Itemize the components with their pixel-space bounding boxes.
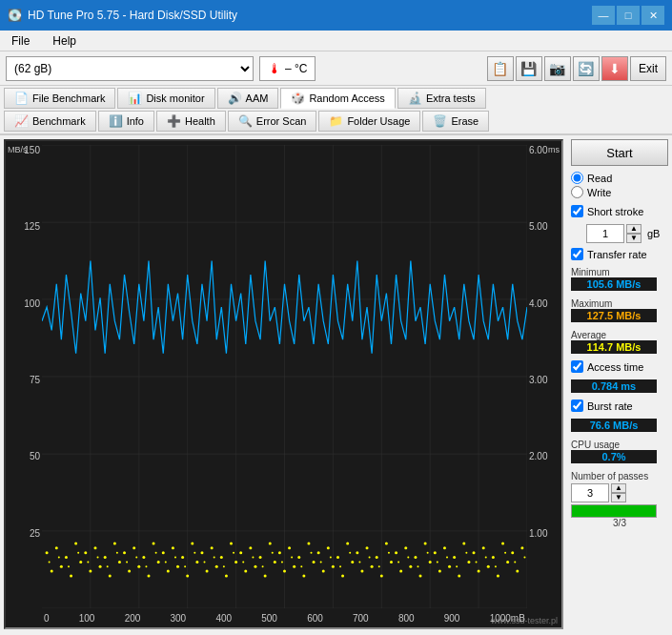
checkbox-short-stroke[interactable]: Short stroke [571, 205, 668, 217]
svg-point-71 [307, 542, 310, 544]
passes-label: Number of passes [571, 471, 668, 481]
svg-point-53 [220, 556, 223, 559]
svg-point-78 [341, 574, 344, 577]
tab-random-access[interactable]: 🎲 Random Access [280, 88, 395, 109]
svg-point-43 [172, 546, 174, 549]
cpu-usage-label: CPU usage [571, 440, 668, 450]
maximum-label: Maximum [571, 298, 668, 309]
svg-point-42 [167, 570, 170, 573]
svg-point-152 [397, 561, 399, 563]
start-button[interactable]: Start [571, 139, 668, 166]
svg-point-64 [274, 561, 276, 563]
checkbox-burst-rate[interactable]: Burst rate [571, 399, 668, 412]
close-button[interactable]: ✕ [641, 6, 664, 25]
spinbox-down[interactable]: ▼ [626, 234, 641, 243]
access-time-value: 0.784 ms [571, 379, 657, 393]
svg-point-27 [93, 546, 96, 549]
svg-point-76 [332, 565, 335, 568]
short-stroke-input[interactable]: 1 [586, 224, 624, 243]
toolbar-icon-1[interactable]: 📋 [487, 56, 514, 81]
passes-down[interactable]: ▼ [611, 493, 626, 502]
tab-error-scan-label: Error Scan [256, 115, 307, 127]
transfer-rate-checkbox[interactable] [571, 248, 583, 260]
tab-folder-usage[interactable]: 📁 Folder Usage [318, 111, 420, 132]
toolbar-icon-2[interactable]: 💾 [516, 56, 542, 81]
toolbar-icon-3[interactable]: 📷 [544, 56, 571, 81]
svg-point-90 [399, 570, 402, 573]
svg-point-157 [446, 557, 448, 559]
maximum-value: 127.5 MB/s [571, 309, 657, 322]
svg-point-82 [360, 570, 363, 573]
tab-disk-monitor[interactable]: 📊 Disk monitor [117, 88, 214, 109]
svg-point-36 [137, 565, 140, 568]
random-access-icon: 🎲 [291, 92, 305, 105]
svg-point-25 [84, 551, 87, 554]
chart-canvas [42, 145, 527, 608]
tab-file-benchmark[interactable]: 📄 File Benchmark [4, 88, 115, 109]
svg-point-130 [184, 565, 186, 567]
radio-read-input[interactable] [571, 172, 583, 184]
extra-tests-icon: 🔬 [408, 92, 422, 105]
radio-write[interactable]: Write [571, 186, 668, 198]
burst-rate-checkbox[interactable] [571, 399, 583, 412]
tab-error-scan[interactable]: 🔍 Error Scan [228, 111, 317, 132]
svg-point-19 [55, 546, 58, 549]
minimize-button[interactable]: — [592, 6, 615, 25]
access-time-checkbox[interactable] [571, 360, 583, 373]
cpu-usage-value: 0.7% [571, 450, 657, 463]
progress-label: 3/3 [571, 518, 668, 528]
maximize-button[interactable]: □ [617, 6, 640, 25]
disk-select[interactable]: (62 gB) [6, 56, 254, 81]
svg-point-89 [395, 551, 397, 554]
tab-health[interactable]: ➕ Health [156, 111, 226, 132]
minimum-stat: Minimum 105.6 MB/s [571, 267, 668, 291]
svg-point-28 [99, 565, 102, 568]
toolbar-icon-5[interactable]: ⬇ [601, 56, 628, 81]
tab-aam[interactable]: 🔊 AAM [217, 88, 279, 109]
svg-point-29 [104, 556, 107, 559]
toolbar-icon-4[interactable]: 🔄 [573, 56, 600, 81]
erase-icon: 🗑️ [433, 114, 447, 128]
radio-write-input[interactable] [571, 186, 583, 198]
menu-help[interactable]: Help [49, 33, 80, 49]
svg-point-66 [283, 570, 286, 573]
spinbox-up[interactable]: ▲ [626, 224, 641, 234]
svg-point-31 [113, 542, 116, 544]
checkbox-access-time[interactable]: Access time [571, 360, 668, 373]
svg-point-96 [429, 561, 432, 563]
burst-rate-label: Burst rate [587, 400, 633, 412]
svg-point-128 [165, 561, 167, 563]
radio-read[interactable]: Read [571, 172, 668, 184]
tab-extra-tests[interactable]: 🔬 Extra tests [397, 88, 486, 109]
tab-info[interactable]: ℹ️ Info [98, 111, 154, 132]
svg-point-127 [155, 552, 157, 554]
svg-point-140 [281, 561, 283, 563]
exit-button[interactable]: Exit [630, 56, 666, 81]
passes-up[interactable]: ▲ [611, 483, 626, 493]
svg-point-163 [504, 552, 506, 554]
svg-point-108 [487, 565, 490, 568]
svg-point-149 [369, 557, 371, 559]
tab-benchmark[interactable]: 📈 Benchmark [4, 111, 96, 132]
menu-bar: File Help [0, 31, 672, 51]
thermometer-icon: 🌡 [268, 61, 281, 76]
tab-erase[interactable]: 🗑️ Erase [422, 111, 489, 132]
short-stroke-checkbox[interactable] [571, 205, 583, 217]
passes-input-row: 3 ▲ ▼ [571, 483, 668, 502]
passes-input[interactable]: 3 [571, 483, 609, 502]
svg-point-51 [211, 546, 214, 549]
svg-point-80 [351, 561, 354, 563]
checkbox-transfer-rate[interactable]: Transfer rate [571, 248, 668, 260]
svg-point-54 [225, 574, 228, 577]
svg-point-45 [181, 556, 184, 559]
svg-point-158 [456, 565, 458, 567]
svg-point-38 [147, 574, 150, 577]
minimum-label: Minimum [571, 267, 668, 277]
svg-point-115 [520, 546, 523, 549]
svg-point-164 [514, 561, 516, 563]
toolbar: (62 gB) 🌡 – °C 📋 💾 📷 🔄 ⬇ Exit [0, 51, 672, 86]
svg-point-133 [214, 557, 215, 559]
menu-file[interactable]: File [8, 33, 33, 49]
app-icon: 💽 [8, 9, 22, 22]
svg-point-41 [162, 551, 165, 554]
